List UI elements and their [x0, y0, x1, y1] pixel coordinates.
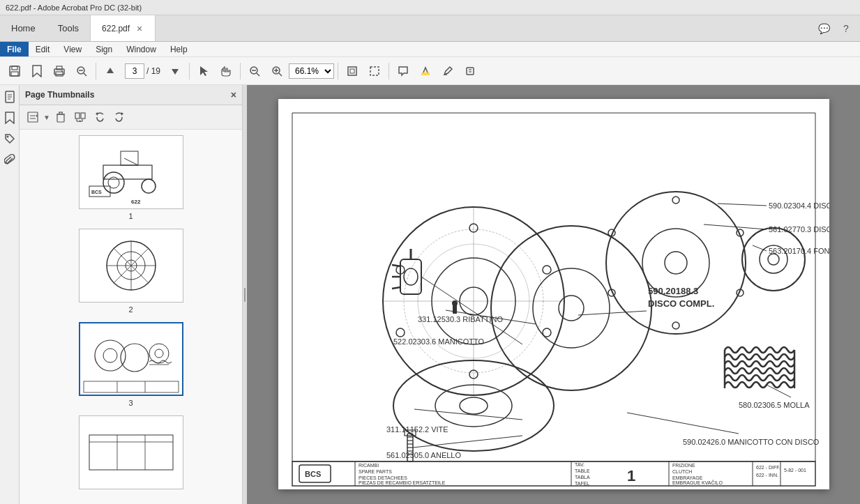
- sidebar-insert-button[interactable]: [71, 108, 89, 126]
- bookmarks-icon[interactable]: [2, 110, 17, 125]
- svg-text:622 - INN.: 622 - INN.: [756, 473, 778, 478]
- chat-icon-button[interactable]: 💬: [815, 20, 832, 37]
- thumbnail-1-image: BCS 622: [79, 135, 183, 209]
- svg-text:590.20188.3: 590.20188.3: [648, 286, 698, 296]
- sidebar-delete-button[interactable]: [52, 108, 70, 126]
- svg-marker-12: [172, 69, 179, 75]
- svg-text:EMBRAGUE KVAČILO: EMBRAGUE KVAČILO: [672, 480, 723, 485]
- prev-page-button[interactable]: [100, 61, 121, 82]
- main-layout: Page Thumbnails × ▼: [0, 85, 860, 504]
- title-bar: 622.pdf - Adobe Acrobat Pro DC (32-bit): [0, 0, 860, 15]
- sidebar-options-button[interactable]: [24, 108, 42, 126]
- svg-text:580.02306.5  MOLLA: 580.02306.5 MOLLA: [739, 401, 810, 409]
- sep5: [388, 63, 389, 79]
- thumbnail-page-2[interactable]: 2: [25, 229, 236, 314]
- svg-text:561.02305.0  ANELLO: 561.02305.0 ANELLO: [386, 451, 461, 459]
- svg-rect-26: [467, 68, 474, 75]
- help-icon-button[interactable]: ?: [838, 20, 854, 37]
- svg-rect-24: [421, 72, 430, 75]
- save-button[interactable]: [4, 61, 25, 82]
- bookmark-button[interactable]: [27, 61, 47, 82]
- thumbnail-2-image: [79, 229, 183, 303]
- svg-point-34: [6, 136, 8, 138]
- svg-text:FRIZIONE: FRIZIONE: [672, 463, 695, 468]
- svg-marker-3: [33, 66, 41, 77]
- menu-bar: File Edit View Sign Window Help: [0, 42, 860, 57]
- svg-text:BCS: BCS: [91, 190, 102, 194]
- zoom-in-button[interactable]: [266, 61, 287, 82]
- toolbar: / 19 66.1% 50% 75% 100% 125% 150%: [0, 57, 860, 85]
- thumbnail-page-4[interactable]: [25, 415, 236, 489]
- select-tool-button[interactable]: [193, 61, 214, 82]
- sidebar-rotate-cw-button[interactable]: [110, 108, 128, 126]
- pdf-page: 590.02304.4 DISCO 561.02770.3 DISCO 563.…: [278, 99, 829, 489]
- fit-page-button[interactable]: [342, 61, 363, 82]
- svg-text:622 - DIFF.: 622 - DIFF.: [756, 465, 780, 470]
- highlight-button[interactable]: [415, 61, 436, 82]
- svg-text:PIECES DETACHEES: PIECES DETACHEES: [359, 475, 407, 480]
- svg-rect-22: [350, 69, 354, 73]
- svg-rect-70: [82, 324, 180, 394]
- svg-point-7: [61, 70, 63, 72]
- zoom-select[interactable]: 66.1% 50% 75% 100% 125% 150%: [289, 63, 334, 79]
- menu-sign[interactable]: Sign: [89, 42, 119, 56]
- sidebar-left-icons: [0, 85, 20, 504]
- menu-help[interactable]: Help: [163, 42, 195, 56]
- svg-text:BCS: BCS: [305, 470, 321, 478]
- tags-icon[interactable]: [2, 131, 17, 146]
- tab-close-button[interactable]: ×: [135, 23, 144, 34]
- svg-text:622: 622: [131, 199, 141, 205]
- print-button[interactable]: [49, 61, 70, 82]
- menu-edit[interactable]: Edit: [29, 42, 57, 56]
- svg-rect-21: [348, 67, 356, 75]
- svg-text:5-82 - 001: 5-82 - 001: [784, 468, 806, 473]
- attachments-icon[interactable]: [2, 152, 17, 167]
- resize-indicator: [244, 288, 246, 302]
- hand-tool-button[interactable]: [216, 61, 236, 82]
- pdf-viewer-area[interactable]: 590.02304.4 DISCO 561.02770.3 DISCO 563.…: [247, 85, 860, 504]
- thumbnail-3-image: [79, 322, 183, 396]
- sidebar-scroll-area: BCS 622 1: [20, 130, 242, 504]
- tab-icons: 💬 ?: [810, 15, 860, 41]
- svg-rect-44: [75, 113, 80, 119]
- svg-text:311.11152.2  VITE: 311.11152.2 VITE: [386, 425, 448, 434]
- thumbnail-2-label: 2: [128, 305, 133, 314]
- comment-button[interactable]: [393, 61, 414, 82]
- sidebar-panel: Page Thumbnails × ▼: [20, 85, 243, 504]
- tab-home[interactable]: Home: [0, 15, 47, 41]
- tab-spacer: [156, 15, 810, 41]
- sidebar-toolbar: ▼: [20, 105, 242, 130]
- page-nav: / 19: [125, 63, 160, 79]
- svg-rect-45: [81, 113, 85, 119]
- thumbnail-list: BCS 622 1: [20, 130, 242, 504]
- zoom-out-button[interactable]: [244, 61, 265, 82]
- svg-text:563.20170.4  FONDELLO: 563.20170.4 FONDELLO: [769, 247, 829, 255]
- sidebar-panel-header: Page Thumbnails ×: [20, 85, 242, 105]
- menu-view[interactable]: View: [56, 42, 89, 56]
- draw-button[interactable]: [437, 61, 458, 82]
- svg-text:RICAMBI: RICAMBI: [359, 463, 379, 468]
- sidebar-close-button[interactable]: ×: [231, 89, 236, 100]
- svg-marker-13: [200, 66, 208, 76]
- svg-text:590.02426.0  MANICOTTO CON DIS: 590.02426.0 MANICOTTO CON DISCO: [683, 438, 820, 446]
- svg-text:561.02770.3  DISCO: 561.02770.3 DISCO: [769, 225, 829, 234]
- menu-window[interactable]: Window: [119, 42, 163, 56]
- sidebar-rotate-ccw-button[interactable]: [91, 108, 109, 126]
- tab-file[interactable]: 622.pdf ×: [90, 15, 156, 41]
- page-number-input[interactable]: [125, 63, 144, 79]
- stamp-button[interactable]: [460, 61, 481, 82]
- menu-file[interactable]: File: [0, 42, 29, 56]
- page-icon[interactable]: [2, 89, 17, 105]
- svg-rect-39: [57, 114, 64, 122]
- svg-rect-6: [56, 72, 63, 76]
- svg-text:TABLE: TABLE: [575, 468, 590, 473]
- next-page-button[interactable]: [165, 61, 186, 82]
- svg-marker-51: [121, 112, 123, 116]
- svg-text:DISCO  COMPL.: DISCO COMPL.: [648, 298, 714, 309]
- thumbnail-page-1[interactable]: BCS 622 1: [25, 135, 236, 220]
- tab-tools[interactable]: Tools: [47, 15, 90, 41]
- marquee-zoom-button[interactable]: [364, 61, 385, 82]
- thumbnail-page-3[interactable]: 3: [25, 322, 236, 407]
- zoom-out-small-button[interactable]: [71, 61, 92, 82]
- svg-point-138: [452, 300, 458, 306]
